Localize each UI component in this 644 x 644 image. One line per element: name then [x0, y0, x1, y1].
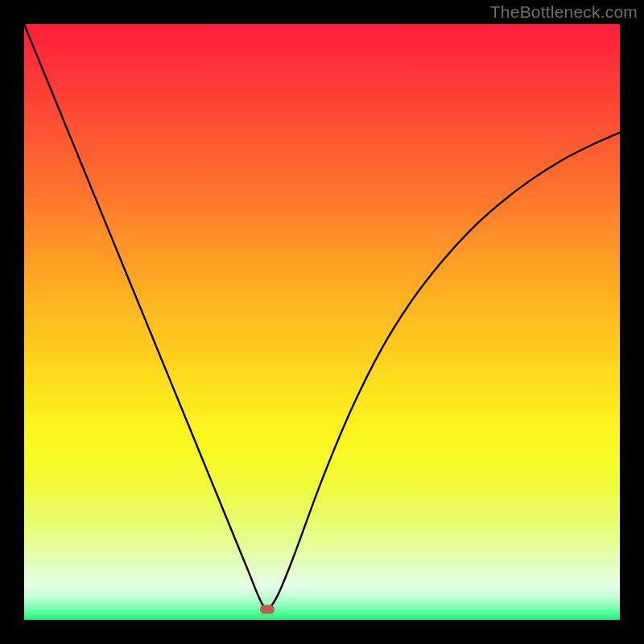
watermark-text: TheBottleneck.com — [490, 2, 638, 22]
minimum-marker — [260, 605, 275, 613]
bottleneck-curve — [24, 24, 620, 620]
chart-frame: TheBottleneck.com — [0, 0, 644, 644]
plot-area — [24, 24, 620, 620]
